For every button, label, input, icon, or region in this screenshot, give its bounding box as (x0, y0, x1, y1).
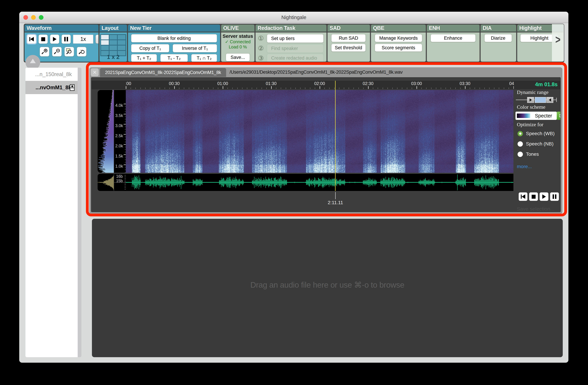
radio-row-tones[interactable]: Tones (518, 150, 539, 158)
zoom-selection-icon (66, 49, 72, 55)
ruler-tick-label: 04:0 (509, 81, 514, 86)
save-button[interactable]: Save... (226, 53, 250, 61)
audio-tab[interactable]: 2021SpaEngConvOmM1_8k-2022SpaEngConvOmM1… (100, 68, 226, 77)
freq-label: 1.0k (114, 164, 123, 169)
ruler-tick-label: 00:00 (126, 81, 131, 86)
panel-redaction-title: Redaction Task (255, 24, 326, 32)
manage-keywords-button[interactable]: Manage Keywords (375, 34, 422, 42)
panel-dia: DIA Diarize (481, 24, 516, 62)
file-list-item-selected[interactable]: ...nvOmM1_8k (25, 81, 82, 94)
zoom-fit-width-icon: ↔ (79, 49, 84, 55)
skip-start-icon-triangle (30, 37, 34, 41)
audio-drop-area[interactable]: Drag an audio file here or use ⌘-o to br… (92, 219, 563, 357)
zoom-out-button[interactable]: − (52, 47, 62, 57)
server-load-status: Load 0 % (221, 44, 254, 49)
ruler-tick-label: 03:00 (411, 81, 422, 86)
freq-label: 1.5k (114, 154, 123, 159)
tab-close-button[interactable]: ✕ (91, 68, 99, 76)
radio-1[interactable] (518, 141, 523, 147)
panel-qbe: QBE Manage Keywords Score segments (371, 24, 426, 62)
ruler-tick-label: 01:30 (266, 81, 277, 86)
toolbar-overflow-strip[interactable]: > (552, 24, 564, 61)
t1-minus-t2-button[interactable]: T₁ - T₂ (160, 54, 188, 62)
cursor-tick (335, 192, 336, 199)
skip-start-icon-triangle (522, 194, 525, 199)
radio-0[interactable] (518, 131, 523, 136)
display-controls: Dynamic range Color scheme Specter Optim… (515, 89, 561, 173)
panel-layout: Layout 1 x 2 (100, 24, 127, 62)
dynamic-range-max-handle[interactable] (546, 97, 553, 103)
panel-layout-title: Layout (100, 24, 127, 32)
enhance-button[interactable]: Enhance (431, 34, 476, 42)
panel-sad-title: SAD (328, 24, 370, 32)
panel-sad: SAD Run SAD Set threshold (328, 24, 370, 62)
set-up-tiers-button[interactable]: Set up tiers (267, 34, 324, 43)
score-segments-button[interactable]: Score segments (375, 44, 422, 52)
freq-label: 3.0k (114, 123, 123, 128)
fit-vertical-button[interactable]: ↕ (96, 35, 99, 44)
radio-row-speech-wb[interactable]: Speech (WB) (518, 130, 555, 137)
file-list-item[interactable]: ...n_150real_8k (25, 68, 82, 81)
step-2-badge: ② (258, 44, 264, 52)
dynamic-range-window[interactable] (535, 97, 546, 103)
title-bar[interactable]: Nightingale (19, 12, 568, 23)
panel-olive: OLIVE Server status ✓ Connected Load 0 %… (221, 24, 254, 62)
radio-2[interactable] (518, 152, 523, 157)
color-scheme-label: Color scheme (517, 104, 546, 110)
ruler-tick-label: 02:00 (314, 81, 325, 86)
freq-label: 2.5k (114, 133, 123, 138)
zoom-fit-width-button[interactable]: ↔ (77, 47, 86, 57)
panel-waveform-title: Waveform (24, 24, 99, 32)
play-button[interactable] (50, 35, 59, 44)
file-list-scrollbar[interactable] (78, 68, 82, 357)
document-frame: ✕ 2021SpaEngConvOmM1_8k-2022SpaEngConvOm… (89, 67, 562, 214)
set-threshold-button[interactable]: Set threshold (331, 44, 366, 52)
radio-label: Tones (526, 151, 539, 157)
stop-icon (41, 37, 45, 41)
bit-label: 16b (114, 174, 123, 179)
stop-button[interactable] (39, 35, 48, 44)
playhead-cursor[interactable] (335, 81, 336, 191)
playback-speed-input[interactable]: 1x (73, 35, 93, 44)
zoom-in-button[interactable]: + (40, 47, 49, 57)
spectrogram[interactable] (126, 90, 513, 173)
waveform[interactable] (126, 174, 513, 191)
window-title: Nightingale (19, 15, 568, 20)
spectrum-profile (98, 90, 114, 173)
radio-label: Speech (NB) (526, 141, 553, 147)
dynamic-range-min-handle[interactable] (527, 97, 534, 103)
viewer-play-button[interactable] (540, 192, 548, 201)
color-scheme-select[interactable]: Specter (515, 112, 557, 120)
pause-button[interactable] (62, 35, 71, 44)
t1-intersect-t2-button[interactable]: T₁ ∩ T₂ (191, 54, 217, 62)
skip-start-button[interactable] (27, 35, 36, 44)
inverse-of-t1-button[interactable]: Inverse of T₁ (173, 44, 217, 52)
file-name: ...nvOmM1_8k (36, 84, 71, 91)
diarize-button[interactable]: Diarize (484, 34, 512, 42)
viewer-pause-button[interactable] (550, 192, 559, 201)
radio-row-speech-nb[interactable]: Speech (NB) (518, 140, 553, 148)
toolbar-overflow-chevron-icon[interactable]: > (555, 33, 561, 46)
blank-for-editing-button[interactable]: Blank for editing (131, 34, 217, 42)
ruler-tick-label: 03:30 (460, 81, 470, 86)
open-in-view-icon (70, 84, 75, 91)
panel-enh-title: ENH (427, 24, 480, 32)
t1-plus-t2-button[interactable]: T₁ + T₂ (131, 54, 157, 62)
zoom-selection-button[interactable] (64, 47, 74, 57)
time-ruler-labels: 00:00 00:30 01:00 01:30 02:00 02:30 03:0… (126, 81, 514, 86)
server-status-label: Server status (221, 34, 254, 39)
copy-of-t1-button[interactable]: Copy of T₁ (131, 44, 169, 52)
dynamic-range-label: Dynamic range (517, 89, 548, 95)
more-options-link[interactable]: more... (517, 164, 532, 169)
viewer-skip-start-button[interactable] (519, 192, 527, 201)
colormap-swatch (517, 114, 530, 118)
panel-qbe-title: QBE (371, 24, 426, 32)
layout-grid-picker[interactable] (100, 34, 126, 56)
viewer-stop-button[interactable] (529, 192, 538, 201)
dynamic-range-slider[interactable] (516, 97, 559, 103)
bit-axis-ticks (125, 175, 126, 190)
select-stepper-icon[interactable] (557, 112, 561, 120)
run-sad-button[interactable]: Run SAD (331, 34, 366, 42)
zoom-in-icon: + (42, 49, 47, 55)
step-1-badge: ① (258, 35, 264, 42)
